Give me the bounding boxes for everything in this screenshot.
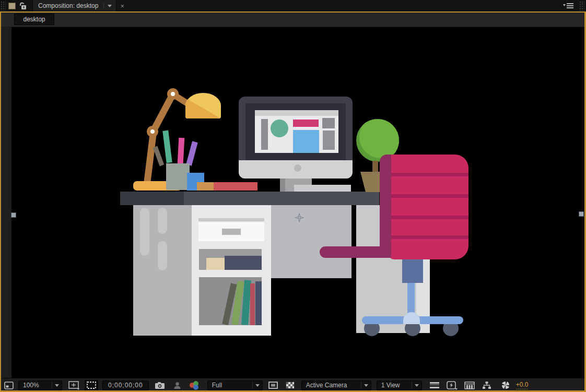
lamp-lower-arm [144, 132, 157, 185]
chair-frame-vertical [380, 155, 391, 257]
tab-desktop-composition[interactable]: desktop [14, 14, 54, 25]
monitor-button [294, 164, 301, 172]
show-snapshot-icon[interactable] [171, 380, 184, 391]
dropdown-separator [361, 382, 361, 389]
timecode-value: 0;00;00;00 [108, 382, 143, 389]
channel-settings-icon[interactable] [189, 381, 202, 390]
app-sidebar [261, 119, 268, 150]
pen-purple [186, 141, 198, 165]
always-preview-icon[interactable] [3, 380, 15, 391]
screen-app-window [255, 110, 338, 153]
pen-teal [162, 130, 172, 163]
close-icon[interactable]: × [120, 3, 124, 9]
desk-middle-panel [271, 205, 351, 278]
drawer-rail [198, 218, 264, 221]
book-flat-tan [206, 258, 225, 270]
book-flat-navy [225, 256, 262, 270]
3d-view-dropdown[interactable]: Active Camera [301, 381, 371, 390]
cabinet-highlight [158, 208, 167, 234]
view-layout-value: 1 View [381, 382, 409, 389]
pasteboard-strip [0, 27, 11, 378]
cabinet-highlight [140, 208, 149, 256]
app-blue-block [293, 130, 319, 153]
pen-pink [178, 138, 185, 164]
lamp-joint-center [171, 92, 175, 96]
chair-frame-armrest [320, 246, 391, 258]
chair-stripe [390, 216, 468, 219]
zoom-level: 100% [23, 382, 49, 389]
timeline-icon[interactable] [462, 380, 477, 391]
panel-swatch-icon [8, 3, 16, 9]
exposure-value[interactable]: +0.0 [516, 381, 529, 389]
book-darkblue [255, 281, 262, 325]
dropdown-separator [52, 382, 52, 389]
grip-dots-icon[interactable] [579, 1, 584, 10]
chevron-down-icon [55, 384, 59, 387]
tab-title: Composition: desktop [38, 2, 98, 9]
snapshot-camera-icon[interactable] [153, 380, 167, 391]
desk-top-left [120, 192, 184, 205]
chevron-down-icon [415, 384, 419, 387]
book-red-long [214, 182, 257, 191]
cabinet-highlight [158, 241, 167, 270]
viewer-tab-strip: desktop [0, 11, 586, 27]
reset-exposure-icon[interactable] [499, 380, 512, 391]
checkerboard [286, 382, 295, 389]
lock-icon[interactable] [19, 2, 27, 10]
anchor-point-icon[interactable] [295, 213, 304, 222]
drawer-handle [222, 229, 241, 235]
fast-preview-icon[interactable] [445, 380, 460, 391]
monitor-stand-neck-shadow [280, 179, 285, 192]
zoom-dropdown[interactable]: 100% [18, 381, 62, 390]
book-red [250, 283, 255, 325]
region-of-interest-icon[interactable] [85, 380, 98, 391]
lamp-joint-center [150, 129, 155, 134]
pencil-gray [153, 146, 164, 167]
flowchart-icon[interactable] [479, 380, 494, 391]
target-region-icon[interactable] [266, 380, 280, 391]
transparency-grid-icon[interactable] [284, 380, 297, 391]
plant-foliage-light [359, 119, 399, 158]
resolution-value: Full [212, 382, 250, 389]
lamp-shade [185, 93, 221, 118]
chair-stripe [390, 173, 468, 176]
safe-margins-icon[interactable] [67, 380, 81, 391]
active-panel-border-top [0, 11, 586, 13]
layer-handle-right[interactable] [579, 211, 584, 217]
app-header-bar [255, 110, 338, 116]
chevron-down-icon[interactable] [108, 5, 112, 7]
chair-seat-back [389, 155, 468, 259]
layer-handle-left[interactable] [11, 212, 16, 218]
pixel-aspect-icon[interactable] [427, 380, 442, 391]
shelf-upper [199, 249, 262, 270]
resolution-dropdown[interactable]: Full [207, 381, 263, 390]
tab-separator [103, 3, 104, 9]
view-layout-dropdown[interactable]: 1 View [377, 381, 422, 390]
app-gray-block [322, 118, 335, 128]
shelf-lower [199, 277, 262, 325]
grip-dots-icon[interactable] [1, 1, 6, 10]
active-panel-border-left [0, 11, 1, 392]
desk-top [184, 192, 379, 205]
chevron-down-icon [364, 384, 368, 387]
chair-stripe [390, 194, 468, 198]
drawer-front [198, 222, 264, 241]
book-orange [197, 182, 215, 191]
pencil-cup [166, 163, 190, 190]
chair-stripe [390, 235, 468, 239]
timecode-display[interactable]: 0;00;00;00 [102, 381, 149, 390]
3d-view-value: Active Camera [306, 382, 358, 389]
lamp-shade-shadow [185, 93, 221, 118]
app-teal-circle [271, 120, 288, 137]
app-pink-bar [293, 120, 319, 127]
composition-viewer[interactable] [0, 27, 586, 378]
dropdown-separator [412, 382, 412, 389]
chair-piston [402, 259, 423, 283]
panel-menu-icon[interactable] [563, 3, 575, 9]
app-gray-block [323, 130, 335, 150]
tab-composition-desktop[interactable]: Composition: desktop [32, 0, 116, 11]
chevron-down-icon [255, 384, 260, 387]
dropdown-separator [252, 382, 253, 389]
monitor [239, 97, 353, 179]
channel-blue-dot [193, 385, 198, 390]
